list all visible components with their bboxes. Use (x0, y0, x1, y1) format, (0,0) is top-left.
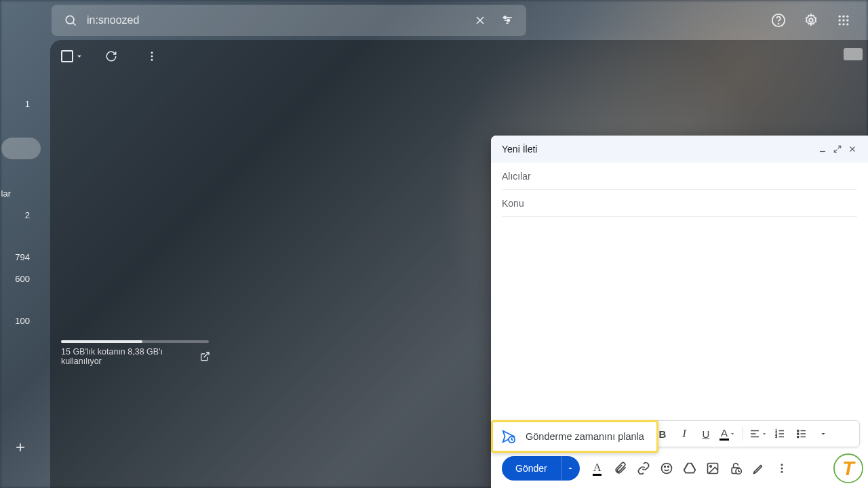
compose-body[interactable] (491, 217, 868, 420)
svg-point-53 (781, 468, 783, 470)
sidebar-item[interactable]: 600 (15, 268, 41, 289)
fullscreen-icon[interactable] (833, 144, 842, 154)
svg-point-18 (839, 23, 841, 25)
top-right-icons (765, 7, 857, 34)
subject-field[interactable]: Konu (502, 190, 857, 217)
separator (743, 427, 743, 441)
align-button[interactable] (749, 424, 768, 443)
open-in-new-icon[interactable] (199, 351, 210, 362)
close-icon[interactable] (848, 144, 857, 154)
send-button-group: Gönder (502, 456, 580, 481)
search-icon[interactable] (57, 7, 84, 34)
svg-point-49 (710, 466, 712, 468)
insert-drive-icon[interactable] (679, 458, 701, 479)
schedule-send-popup[interactable]: Gönderme zamanını planla (491, 420, 658, 453)
svg-point-17 (846, 19, 848, 21)
insert-link-icon[interactable] (633, 458, 654, 479)
svg-point-54 (781, 471, 783, 473)
send-button[interactable]: Gönder (502, 456, 561, 481)
svg-point-16 (842, 19, 844, 21)
storage-bar (61, 340, 209, 343)
svg-point-42 (797, 433, 799, 434)
attach-file-icon[interactable] (610, 458, 631, 479)
clear-search-icon[interactable] (467, 7, 494, 34)
svg-point-47 (667, 466, 669, 468)
svg-point-7 (504, 16, 506, 18)
add-label-icon[interactable] (7, 434, 34, 461)
compose-footer: Gönderme zamanını planla Gönder A (491, 453, 868, 488)
font-color-icon[interactable]: A (587, 458, 608, 479)
search-options-icon[interactable] (494, 7, 521, 34)
sidebar-item[interactable]: 1 (25, 93, 41, 115)
svg-point-43 (797, 436, 799, 437)
settings-gear-icon[interactable] (797, 7, 825, 34)
underline-button[interactable]: U (696, 424, 715, 443)
svg-point-15 (839, 19, 841, 21)
more-options-icon[interactable] (771, 458, 793, 479)
italic-button[interactable]: I (675, 424, 694, 443)
compose-window: Yeni İleti Alıcılar Konu B I U A 123 (491, 136, 868, 488)
search-input[interactable] (84, 14, 467, 26)
input-tools-icon[interactable] (844, 48, 863, 60)
sidebar-item[interactable]: lar (1, 182, 41, 204)
svg-point-14 (846, 15, 848, 17)
svg-point-0 (66, 16, 74, 24)
confidential-mode-icon[interactable] (725, 458, 747, 479)
more-menu-icon[interactable] (138, 43, 165, 70)
svg-text:3: 3 (775, 434, 777, 439)
sidebar-item[interactable]: 100 (15, 310, 41, 331)
svg-text:T: T (842, 458, 856, 479)
insert-photo-icon[interactable] (702, 458, 724, 479)
sidebar-item[interactable]: 2 (25, 204, 41, 226)
svg-point-11 (809, 18, 813, 22)
sidebar-item[interactable]: 794 (15, 246, 41, 268)
svg-point-13 (842, 15, 844, 17)
storage-info: 15 GB'lık kotanın 8,38 GB'ı kullanılıyor (61, 340, 210, 366)
svg-point-24 (151, 56, 153, 58)
numbered-list-button[interactable]: 123 (770, 424, 789, 443)
minimize-icon[interactable] (818, 144, 827, 154)
storage-text: 15 GB'lık kotanın 8,38 GB'ı kullanılıyor (61, 347, 191, 366)
apps-grid-icon[interactable] (830, 7, 857, 34)
mail-toolbar (50, 40, 868, 73)
svg-point-52 (781, 464, 783, 466)
recipients-field[interactable]: Alıcılar (502, 163, 857, 190)
svg-line-1 (73, 22, 76, 25)
svg-point-20 (846, 23, 848, 25)
text-color-button[interactable]: A (718, 424, 737, 443)
svg-point-10 (778, 23, 779, 24)
help-icon[interactable] (765, 7, 792, 34)
formatting-toolbar: B I U A 123 (647, 420, 860, 447)
insert-signature-icon[interactable] (748, 458, 770, 479)
search-container (52, 5, 526, 36)
svg-point-8 (507, 19, 509, 21)
svg-point-45 (661, 464, 671, 474)
insert-emoji-icon[interactable] (656, 458, 677, 479)
send-options-button[interactable] (561, 456, 580, 481)
compose-title: Yeni İleti (502, 144, 818, 155)
svg-point-12 (839, 15, 841, 17)
schedule-send-icon (501, 429, 516, 444)
sidebar: 1 lar 2 794 600 100 (0, 40, 41, 488)
sidebar-item-active[interactable] (1, 138, 41, 159)
compose-header[interactable]: Yeni İleti (491, 136, 868, 163)
svg-point-46 (664, 466, 665, 468)
refresh-icon[interactable] (98, 43, 125, 70)
svg-point-25 (151, 59, 153, 61)
select-all-checkbox[interactable] (61, 50, 84, 62)
svg-point-41 (797, 430, 799, 431)
watermark-logo: T (833, 453, 864, 484)
svg-point-23 (151, 52, 153, 54)
more-formatting-icon[interactable] (814, 424, 833, 443)
svg-point-19 (842, 23, 844, 25)
bulleted-list-button[interactable] (792, 424, 811, 443)
top-bar (0, 0, 868, 40)
schedule-send-label: Gönderme zamanını planla (526, 431, 644, 442)
